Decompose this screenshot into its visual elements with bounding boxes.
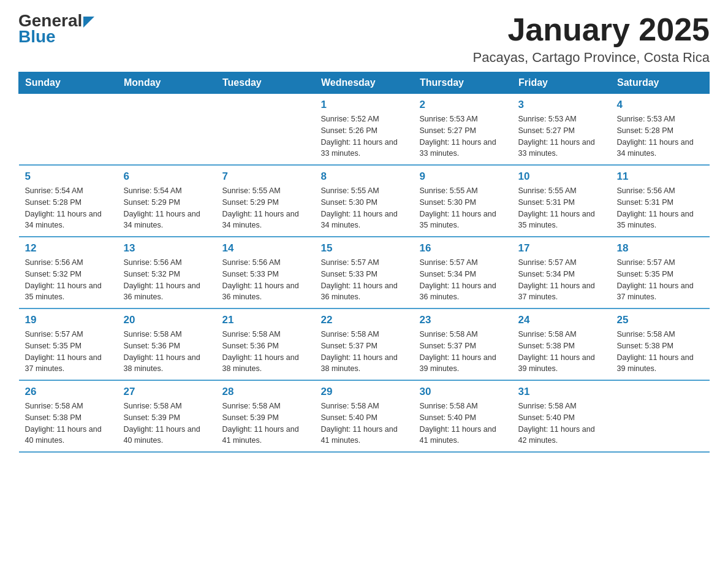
calendar-cell: 30Sunrise: 5:58 AMSunset: 5:40 PMDayligh… xyxy=(414,380,512,452)
header-tuesday: Tuesday xyxy=(216,72,315,94)
calendar-cell: 2Sunrise: 5:53 AMSunset: 5:27 PMDaylight… xyxy=(414,94,512,166)
day-number: 18 xyxy=(617,242,703,255)
day-info: Sunrise: 5:58 AMSunset: 5:36 PMDaylight:… xyxy=(124,329,210,375)
calendar-cell: 29Sunrise: 5:58 AMSunset: 5:40 PMDayligh… xyxy=(315,380,414,452)
header-saturday: Saturday xyxy=(611,72,710,94)
calendar-cell: 15Sunrise: 5:57 AMSunset: 5:33 PMDayligh… xyxy=(315,237,414,308)
calendar-header-row: SundayMondayTuesdayWednesdayThursdayFrid… xyxy=(19,72,710,94)
day-info: Sunrise: 5:56 AMSunset: 5:33 PMDaylight:… xyxy=(222,257,309,303)
day-info: Sunrise: 5:55 AMSunset: 5:29 PMDaylight:… xyxy=(222,185,309,231)
week-row-0: 1Sunrise: 5:52 AMSunset: 5:26 PMDaylight… xyxy=(19,94,710,166)
title-block: January 2025 Pacayas, Cartago Province, … xyxy=(473,12,710,66)
day-number: 20 xyxy=(124,314,210,326)
calendar-cell: 18Sunrise: 5:57 AMSunset: 5:35 PMDayligh… xyxy=(611,237,710,308)
day-info: Sunrise: 5:58 AMSunset: 5:40 PMDaylight:… xyxy=(518,400,605,446)
day-number: 16 xyxy=(420,242,506,255)
day-info: Sunrise: 5:57 AMSunset: 5:34 PMDaylight:… xyxy=(420,257,506,303)
day-number: 5 xyxy=(25,170,112,183)
day-number: 23 xyxy=(420,314,506,326)
day-info: Sunrise: 5:54 AMSunset: 5:29 PMDaylight:… xyxy=(124,185,210,231)
page-header: General Blue January 2025 Pacayas, Carta… xyxy=(18,12,710,66)
logo-blue-text: Blue xyxy=(18,28,56,45)
day-number: 25 xyxy=(617,314,703,326)
calendar-cell: 6Sunrise: 5:54 AMSunset: 5:29 PMDaylight… xyxy=(118,165,216,237)
day-number: 28 xyxy=(222,386,309,398)
calendar-cell: 31Sunrise: 5:58 AMSunset: 5:40 PMDayligh… xyxy=(512,380,611,452)
calendar-cell: 3Sunrise: 5:53 AMSunset: 5:27 PMDaylight… xyxy=(512,94,611,166)
week-row-1: 5Sunrise: 5:54 AMSunset: 5:28 PMDaylight… xyxy=(19,165,710,237)
day-number: 27 xyxy=(124,386,210,398)
day-info: Sunrise: 5:57 AMSunset: 5:34 PMDaylight:… xyxy=(518,257,605,303)
calendar-cell: 26Sunrise: 5:58 AMSunset: 5:38 PMDayligh… xyxy=(19,380,118,452)
day-number: 9 xyxy=(420,170,506,183)
logo: General Blue xyxy=(18,12,94,45)
day-info: Sunrise: 5:56 AMSunset: 5:32 PMDaylight:… xyxy=(25,257,112,303)
week-row-2: 12Sunrise: 5:56 AMSunset: 5:32 PMDayligh… xyxy=(19,237,710,308)
day-info: Sunrise: 5:58 AMSunset: 5:38 PMDaylight:… xyxy=(617,329,703,375)
day-info: Sunrise: 5:58 AMSunset: 5:39 PMDaylight:… xyxy=(124,400,210,446)
calendar-cell: 21Sunrise: 5:58 AMSunset: 5:36 PMDayligh… xyxy=(216,308,315,380)
calendar-title: January 2025 xyxy=(473,12,710,47)
calendar-cell: 28Sunrise: 5:58 AMSunset: 5:39 PMDayligh… xyxy=(216,380,315,452)
day-info: Sunrise: 5:52 AMSunset: 5:26 PMDaylight:… xyxy=(321,113,408,159)
calendar-cell: 10Sunrise: 5:55 AMSunset: 5:31 PMDayligh… xyxy=(512,165,611,237)
day-info: Sunrise: 5:58 AMSunset: 5:37 PMDaylight:… xyxy=(321,329,408,375)
day-info: Sunrise: 5:58 AMSunset: 5:38 PMDaylight:… xyxy=(518,329,605,375)
day-number: 4 xyxy=(617,99,703,111)
svg-marker-0 xyxy=(83,17,94,28)
day-number: 19 xyxy=(25,314,112,326)
calendar-cell xyxy=(216,94,315,166)
day-info: Sunrise: 5:58 AMSunset: 5:40 PMDaylight:… xyxy=(321,400,408,446)
day-number: 7 xyxy=(222,170,309,183)
day-number: 24 xyxy=(518,314,605,326)
calendar-cell: 9Sunrise: 5:55 AMSunset: 5:30 PMDaylight… xyxy=(414,165,512,237)
header-sunday: Sunday xyxy=(19,72,118,94)
calendar-subtitle: Pacayas, Cartago Province, Costa Rica xyxy=(473,50,710,66)
day-number: 8 xyxy=(321,170,408,183)
calendar-cell: 22Sunrise: 5:58 AMSunset: 5:37 PMDayligh… xyxy=(315,308,414,380)
calendar-cell: 5Sunrise: 5:54 AMSunset: 5:28 PMDaylight… xyxy=(19,165,118,237)
calendar-cell: 8Sunrise: 5:55 AMSunset: 5:30 PMDaylight… xyxy=(315,165,414,237)
calendar-cell: 7Sunrise: 5:55 AMSunset: 5:29 PMDaylight… xyxy=(216,165,315,237)
day-number: 30 xyxy=(420,386,506,398)
day-info: Sunrise: 5:56 AMSunset: 5:32 PMDaylight:… xyxy=(124,257,210,303)
calendar-cell: 27Sunrise: 5:58 AMSunset: 5:39 PMDayligh… xyxy=(118,380,216,452)
calendar-cell: 25Sunrise: 5:58 AMSunset: 5:38 PMDayligh… xyxy=(611,308,710,380)
day-number: 3 xyxy=(518,99,605,111)
calendar-cell xyxy=(611,380,710,452)
day-number: 1 xyxy=(321,99,408,111)
week-row-3: 19Sunrise: 5:57 AMSunset: 5:35 PMDayligh… xyxy=(19,308,710,380)
day-number: 13 xyxy=(124,242,210,255)
day-info: Sunrise: 5:58 AMSunset: 5:36 PMDaylight:… xyxy=(222,329,309,375)
calendar-cell: 19Sunrise: 5:57 AMSunset: 5:35 PMDayligh… xyxy=(19,308,118,380)
day-info: Sunrise: 5:53 AMSunset: 5:28 PMDaylight:… xyxy=(617,113,703,159)
day-info: Sunrise: 5:58 AMSunset: 5:40 PMDaylight:… xyxy=(420,400,506,446)
day-info: Sunrise: 5:58 AMSunset: 5:37 PMDaylight:… xyxy=(420,329,506,375)
calendar-cell: 12Sunrise: 5:56 AMSunset: 5:32 PMDayligh… xyxy=(19,237,118,308)
day-number: 10 xyxy=(518,170,605,183)
calendar-cell: 13Sunrise: 5:56 AMSunset: 5:32 PMDayligh… xyxy=(118,237,216,308)
header-wednesday: Wednesday xyxy=(315,72,414,94)
day-number: 31 xyxy=(518,386,605,398)
day-number: 29 xyxy=(321,386,408,398)
calendar-cell: 4Sunrise: 5:53 AMSunset: 5:28 PMDaylight… xyxy=(611,94,710,166)
day-number: 22 xyxy=(321,314,408,326)
day-info: Sunrise: 5:56 AMSunset: 5:31 PMDaylight:… xyxy=(617,185,703,231)
calendar-cell: 16Sunrise: 5:57 AMSunset: 5:34 PMDayligh… xyxy=(414,237,512,308)
calendar-cell xyxy=(19,94,118,166)
day-number: 26 xyxy=(25,386,112,398)
day-number: 11 xyxy=(617,170,703,183)
day-info: Sunrise: 5:54 AMSunset: 5:28 PMDaylight:… xyxy=(25,185,112,231)
day-number: 2 xyxy=(420,99,506,111)
week-row-4: 26Sunrise: 5:58 AMSunset: 5:38 PMDayligh… xyxy=(19,380,710,452)
day-number: 14 xyxy=(222,242,309,255)
day-number: 21 xyxy=(222,314,309,326)
header-thursday: Thursday xyxy=(414,72,512,94)
day-info: Sunrise: 5:58 AMSunset: 5:39 PMDaylight:… xyxy=(222,400,309,446)
calendar-cell: 1Sunrise: 5:52 AMSunset: 5:26 PMDaylight… xyxy=(315,94,414,166)
calendar-cell: 23Sunrise: 5:58 AMSunset: 5:37 PMDayligh… xyxy=(414,308,512,380)
calendar-cell xyxy=(118,94,216,166)
calendar-cell: 17Sunrise: 5:57 AMSunset: 5:34 PMDayligh… xyxy=(512,237,611,308)
calendar-cell: 20Sunrise: 5:58 AMSunset: 5:36 PMDayligh… xyxy=(118,308,216,380)
day-info: Sunrise: 5:57 AMSunset: 5:33 PMDaylight:… xyxy=(321,257,408,303)
